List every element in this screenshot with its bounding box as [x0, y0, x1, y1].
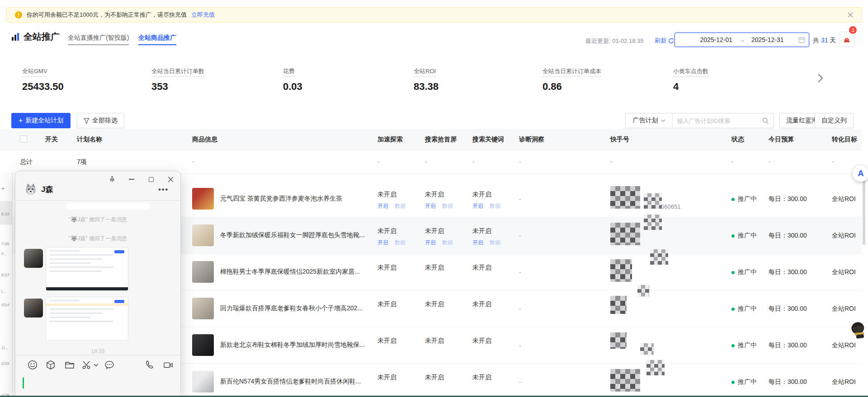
plan-search-combo: 广告计划 — [625, 113, 774, 128]
date-arrow: → — [739, 36, 745, 43]
enable-link[interactable]: 开启 — [377, 202, 388, 210]
plan-type-select[interactable]: 广告计划 — [626, 113, 673, 128]
data-link[interactable]: 数据 — [490, 239, 500, 247]
date-start[interactable]: 2025-12-01 — [700, 36, 732, 43]
col-kuaishou-account: 快手号 — [610, 135, 629, 144]
product-image[interactable] — [192, 188, 214, 210]
chat-history-icon[interactable] — [104, 360, 114, 370]
banner-close-icon[interactable] — [848, 12, 853, 18]
chat-image-attachment[interactable] — [46, 297, 128, 341]
daily-budget[interactable]: 每日：300.00 — [769, 268, 807, 276]
assistant-floating-button[interactable]: A — [853, 165, 868, 182]
new-plan-button[interactable]: +新建全站计划 — [11, 113, 71, 128]
product-name[interactable]: 棉拖鞋男士冬季厚底保暖情侣2025新款室内家居... — [220, 268, 378, 276]
daily-budget[interactable]: 每日：300.00 — [769, 341, 807, 350]
daily-budget[interactable]: 每日：300.00 — [769, 378, 807, 386]
search-icon[interactable] — [762, 117, 769, 124]
sender-avatar[interactable] — [24, 249, 43, 268]
data-link[interactable]: 数据 — [442, 202, 453, 210]
chat-list-time: F... — [1, 252, 7, 256]
table-header: 开关 计划名称 商品信息 加速探索 搜索抢首屏 搜索关键词 诊断洞察 快手号 状… — [0, 129, 862, 150]
col-daily-budget: 今日预算 — [769, 135, 794, 144]
product-name[interactable]: 回力瑞爆款百搭厚底老爹鞋女春秋小个子增高202... — [220, 304, 378, 313]
search-screen-state: 未开启 — [425, 264, 466, 272]
date-range-picker[interactable]: 2025-12-01 → 2025-12-31 — [675, 33, 809, 47]
status-dot — [731, 381, 735, 384]
close-icon[interactable] — [167, 176, 174, 183]
data-link[interactable]: 数据 — [395, 202, 406, 210]
screenshot-scissors-icon[interactable] — [82, 360, 92, 370]
maximize-icon[interactable] — [147, 176, 155, 183]
censored-account-info — [644, 193, 662, 209]
conversion-target: 全站ROI — [832, 195, 856, 203]
daily-budget[interactable]: 每日：300.00 — [769, 232, 807, 240]
send-file-folder-icon[interactable] — [65, 360, 75, 370]
chat-list-time: 8:33 — [1, 212, 9, 216]
chevron-down-icon — [661, 119, 665, 122]
conversion-target: 全站ROI — [832, 268, 856, 276]
daily-budget[interactable]: 每日：300.00 — [769, 195, 807, 203]
chat-more-button[interactable]: ••• — [158, 186, 169, 194]
chevron-right-icon — [818, 74, 823, 83]
stats-next-button[interactable] — [814, 70, 827, 86]
censored-account-info — [646, 360, 665, 375]
daily-budget[interactable]: 每日：300.00 — [769, 305, 807, 313]
video-call-icon[interactable] — [163, 360, 173, 370]
product-image[interactable] — [192, 334, 214, 356]
chat-image-attachment[interactable] — [46, 247, 128, 291]
select-all-checkbox[interactable] — [20, 135, 27, 143]
table-scrollbar[interactable] — [863, 177, 865, 394]
status-badge: 推广中 — [731, 378, 757, 386]
product-name[interactable]: 冬季新款加绒保暖乐福鞋女一脚蹬厚底包头雪地靴... — [220, 231, 378, 239]
product-image[interactable] — [192, 224, 214, 246]
sender-avatar[interactable] — [24, 299, 43, 318]
recharge-link[interactable]: 立即充值 — [191, 11, 215, 19]
tab-product-promotion[interactable]: 全站商品推广 — [138, 34, 176, 45]
minimize-icon[interactable] — [128, 176, 135, 183]
search-screen-state: 未开启 — [425, 191, 466, 199]
add-icon[interactable]: + — [1, 185, 5, 192]
accelerate-state: 未开启 — [377, 300, 418, 308]
total-days: 共 31 天 — [813, 37, 836, 45]
custom-columns-button[interactable]: 自定义列 — [815, 113, 854, 128]
enable-link[interactable]: 开启 — [425, 239, 436, 247]
status-badge: 推广中 — [731, 305, 757, 313]
data-link[interactable]: 数据 — [442, 239, 453, 247]
search-screen-state: 未开启 — [425, 227, 466, 235]
censored-account-avatar — [610, 369, 640, 392]
chat-input-caret[interactable] — [23, 378, 24, 388]
conversion-target: 全站ROI — [832, 305, 856, 313]
pin-icon[interactable] — [108, 176, 116, 183]
sticker-box-icon[interactable] — [46, 360, 56, 370]
plan-search-input[interactable] — [673, 117, 762, 124]
alarm-notification-button[interactable] — [839, 32, 854, 47]
product-image[interactable] — [192, 298, 214, 319]
stat-gmv: 全站GMV25433.50 — [22, 67, 64, 93]
chat-list-time: 1/... — [1, 346, 8, 350]
enable-link[interactable]: 开启 — [472, 202, 483, 210]
status-badge: 推广中 — [731, 341, 757, 350]
product-name[interactable]: 新百伦N574男女百搭情侣老爹鞋时尚百搭休闲鞋... — [220, 378, 378, 386]
product-name[interactable]: 新款老北京布鞋女棉鞋冬季加绒加厚时尚雪地靴保... — [220, 341, 378, 349]
col-switch: 开关 — [45, 135, 58, 144]
product-image[interactable] — [192, 261, 214, 283]
filter-button[interactable]: 全部筛选 — [77, 113, 124, 128]
enable-link[interactable]: 开启 — [425, 202, 436, 210]
status-dot — [731, 271, 735, 274]
search-screen-state: 未开启 — [425, 337, 466, 345]
product-name[interactable]: 元气四宝 茶黄芪党参西洋参麦冬泡水养生茶 — [220, 195, 378, 203]
data-link[interactable]: 数据 — [490, 202, 500, 210]
refresh-button[interactable]: 刷新 — [655, 37, 674, 45]
voice-call-icon[interactable] — [145, 360, 155, 370]
diagnosis-value: - — [519, 196, 521, 203]
enable-link[interactable]: 开启 — [377, 239, 388, 247]
chevron-down-icon[interactable] — [93, 360, 99, 370]
data-link[interactable]: 数据 — [395, 239, 406, 247]
tab-live-promotion[interactable]: 全站直播推广(智投版) — [68, 34, 129, 45]
product-image[interactable] — [192, 371, 214, 392]
date-end[interactable]: 2025-12-31 — [751, 36, 784, 43]
enable-link[interactable]: 开启 — [472, 239, 483, 247]
status-dot — [731, 234, 735, 238]
emoji-icon[interactable] — [28, 360, 38, 370]
censored-account-avatar — [610, 186, 640, 209]
